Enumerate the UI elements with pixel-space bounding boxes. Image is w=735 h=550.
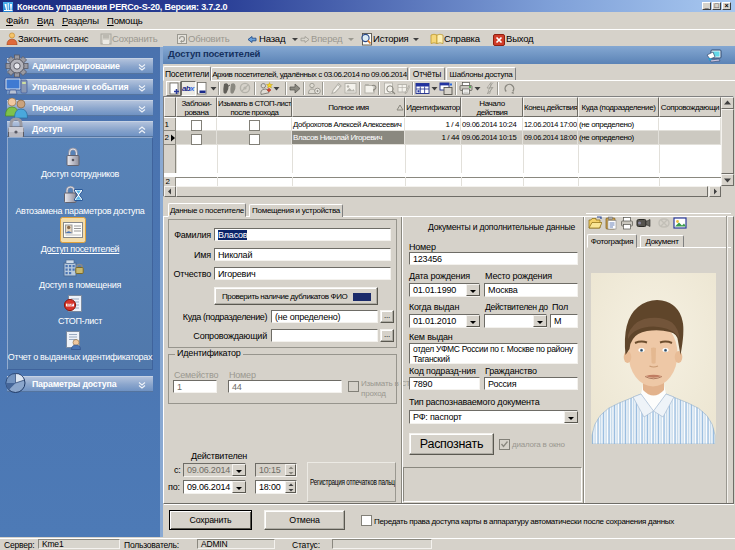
svg-text:STOP: STOP: [67, 303, 74, 307]
